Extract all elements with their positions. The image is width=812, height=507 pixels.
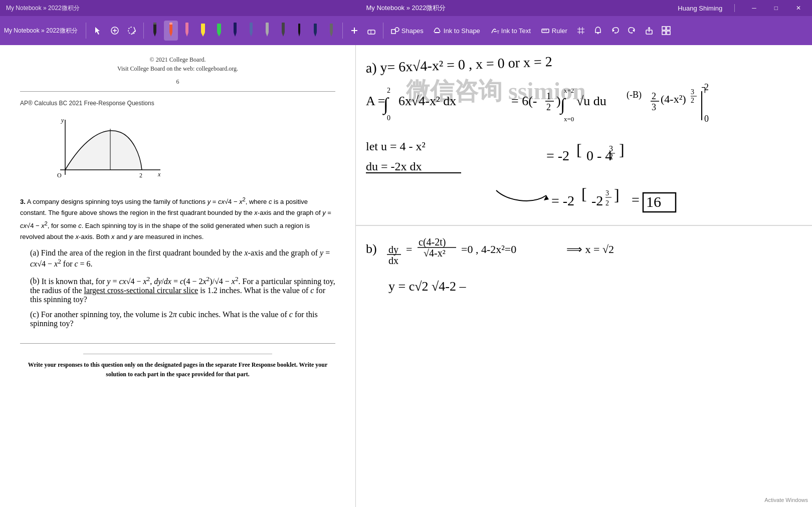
grid-icon <box>576 26 585 35</box>
sub-c-text: For another spinning toy, the volume is … <box>30 310 318 328</box>
question-body: A company designs spinning toys using th… <box>20 198 331 240</box>
pen-pink[interactable] <box>180 21 194 41</box>
breadcrumb-title: My Notebook » 2022微积分 <box>6 4 80 13</box>
activate-notice: Activate Windows <box>764 497 808 503</box>
svg-rect-19 <box>266 23 269 33</box>
pen-pink-icon <box>183 22 191 40</box>
add-icon <box>110 26 119 35</box>
svg-text:=: = <box>632 192 640 207</box>
lasso-tool[interactable] <box>124 21 139 41</box>
svg-marker-28 <box>330 33 333 37</box>
share-button[interactable] <box>642 21 657 41</box>
pen-gray2-icon <box>328 22 334 40</box>
pen-lightgray[interactable] <box>260 21 274 41</box>
pen-green[interactable] <box>212 21 226 41</box>
svg-marker-12 <box>201 33 205 37</box>
pen-darkgray[interactable] <box>276 21 290 41</box>
svg-text:2: 2 <box>387 87 390 94</box>
undo-button[interactable] <box>607 21 623 41</box>
pen-yellow[interactable] <box>196 21 210 41</box>
svg-marker-4 <box>153 33 156 37</box>
svg-rect-11 <box>201 24 205 33</box>
add-tool[interactable] <box>107 21 122 41</box>
svg-text:]: ] <box>614 186 620 204</box>
ink-to-shape-icon <box>433 26 442 35</box>
pen-black2-icon <box>297 22 302 40</box>
svg-text:2: 2 <box>609 152 613 161</box>
pen-black[interactable] <box>148 21 162 41</box>
toolbar-separator-0 <box>86 23 86 39</box>
svg-text:0: 0 <box>704 114 709 124</box>
pen-grayblue[interactable] <box>244 21 258 41</box>
maximize-button[interactable]: □ <box>769 3 783 14</box>
ink-to-text-button[interactable]: T Ink to Text <box>486 21 535 41</box>
svg-text:[: [ <box>581 185 587 203</box>
pen-lightgray-icon <box>264 22 270 40</box>
footer-note-text: Write your responses to this question on… <box>20 360 335 379</box>
svg-text:c(4-2t): c(4-2t) <box>419 236 446 248</box>
cursor-tool[interactable] <box>90 21 105 41</box>
pen-red[interactable] <box>164 21 178 41</box>
sub-question-c: (c) For another spinning toy, the volume… <box>20 310 335 328</box>
svg-text:a)  y= 6x√4-x² = 0 ,  x = 0  o: a) y= 6x√4-x² = 0 , x = 0 or x = 2 <box>365 54 552 76</box>
svg-text:2: 2 <box>652 91 656 101</box>
svg-text:b): b) <box>366 241 377 256</box>
svg-text:dx: dx <box>388 255 398 266</box>
footer-line2: Visit College Board on the web: collegeb… <box>20 64 335 73</box>
page-number: 6 <box>20 77 335 86</box>
pen-black2[interactable] <box>292 21 306 41</box>
svg-rect-5 <box>153 23 156 25</box>
right-panel: 微信咨询 ssimion a) y= 6x√4-x² = 0 , x = 0 o… <box>356 45 812 507</box>
svg-text:⟹  x = √2: ⟹ x = √2 <box>566 243 614 256</box>
title-bar: My Notebook » 2022微积分 My Notebook » 2022… <box>0 0 812 16</box>
graph-area: y x O 2 <box>50 115 335 185</box>
window-title: My Notebook » 2022微积分 <box>366 4 446 13</box>
pen-darkblue[interactable] <box>228 21 242 41</box>
grid-button[interactable] <box>573 21 588 41</box>
svg-text:2: 2 <box>704 82 709 92</box>
svg-text:2: 2 <box>691 97 694 104</box>
graph-svg: y x O 2 <box>50 115 175 185</box>
toolbar-separator-1 <box>143 23 144 39</box>
footer-line1: © 2021 College Board. <box>20 55 335 64</box>
ink-to-shape-button[interactable]: Ink to Shape <box>429 21 484 41</box>
svg-text:let u = 4 - x²: let u = 4 - x² <box>366 140 426 153</box>
svg-rect-13 <box>217 24 221 33</box>
more-options-button[interactable] <box>659 21 674 41</box>
svg-marker-14 <box>217 33 221 37</box>
plus-button[interactable] <box>347 21 362 41</box>
svg-rect-31 <box>368 30 375 34</box>
svg-text:∫: ∫ <box>559 95 566 115</box>
svg-rect-37 <box>542 29 549 33</box>
svg-text:3: 3 <box>691 88 694 96</box>
shapes-button[interactable]: Shapes <box>387 21 427 41</box>
svg-text:= -2: = -2 <box>546 148 569 163</box>
user-name: Huang Shiming <box>678 5 722 12</box>
svg-marker-24 <box>298 33 300 37</box>
svg-text:(-B): (-B) <box>627 90 642 100</box>
svg-text:0 - 4: 0 - 4 <box>586 148 612 163</box>
svg-text:= 6(-: = 6(- <box>511 94 537 108</box>
pen-navy[interactable] <box>308 21 322 41</box>
main-content: © 2021 College Board. Visit College Boar… <box>0 45 812 507</box>
sub-a-text: Find the area of the region in the first… <box>30 248 330 268</box>
svg-text:]: ] <box>619 141 625 159</box>
pen-grayblue-icon <box>248 22 255 40</box>
svg-rect-52 <box>662 27 666 30</box>
eraser-button[interactable] <box>364 21 379 41</box>
svg-rect-9 <box>185 23 188 33</box>
ruler-label: Ruler <box>552 27 567 35</box>
minimize-button[interactable]: ─ <box>747 3 761 14</box>
svg-text:√4-x²: √4-x² <box>424 247 446 259</box>
close-button[interactable]: ✕ <box>791 3 806 14</box>
redo-button[interactable] <box>625 21 640 41</box>
question-header: AP® Calculus BC 2021 Free-Response Quest… <box>20 100 335 107</box>
pen-yellow-icon <box>199 22 207 40</box>
bell-button[interactable] <box>590 21 605 41</box>
pen-gray2[interactable] <box>324 21 338 41</box>
pen-darkgray-icon <box>280 22 286 40</box>
bell-icon <box>593 26 602 35</box>
pen-black-icon <box>151 22 159 40</box>
ruler-button[interactable]: Ruler <box>537 21 571 41</box>
svg-rect-23 <box>298 24 300 33</box>
